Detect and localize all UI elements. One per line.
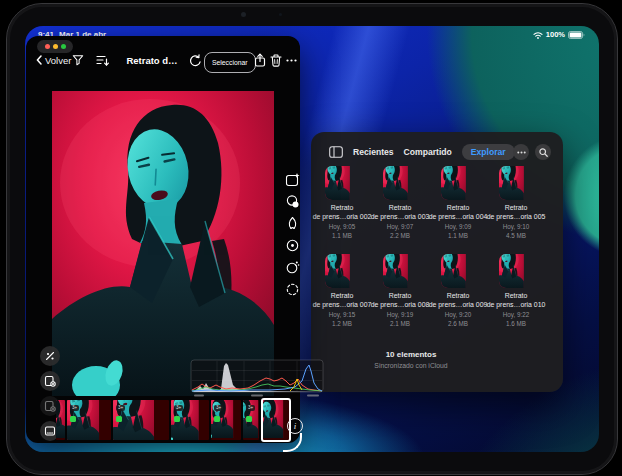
file-item[interactable]: Retratode prens…oria 009Hoy, 9:202.6 MB [429,254,487,328]
file-name-line2: de prens…oria 004 [429,213,488,222]
edited-indicator [174,416,180,422]
file-item[interactable]: Retratode prens…oria 003Hoy, 9:072.2 MB [371,166,429,240]
version-badge: 3+ [214,405,223,411]
file-size: 1.2 MB [332,320,352,329]
adjust-colors-tool-icon[interactable] [284,215,300,231]
selective-color-tool-icon[interactable] [284,259,300,275]
close-window-icon[interactable] [45,44,50,49]
file-size: 1.1 MB [448,232,468,241]
file-size: 1.6 MB [506,320,526,329]
search-icon [539,148,548,157]
file-thumbnail[interactable] [441,254,475,288]
filmstrip-thumb[interactable]: 3+ [67,400,111,440]
file-size: 2.2 MB [390,232,410,241]
ipad-screen: 9:41 Mar 1 de abr 100% [25,26,599,452]
trash-icon [270,54,282,67]
window-resize-handle[interactable] [283,433,302,452]
file-thumbnail[interactable] [383,166,417,200]
file-item[interactable]: Retratode prens…oria 008Hoy, 9:192.1 MB [371,254,429,328]
info-button[interactable]: i [287,418,303,434]
filmstrip-thumb[interactable]: 3+ [243,400,259,440]
file-size: 2.6 MB [448,320,468,329]
file-name-line1: Retrato [447,204,470,213]
file-size: 4.5 MB [506,232,526,241]
file-item[interactable]: Retratode prens…oria 005Hoy, 9:104.5 MB [487,166,545,240]
files-tabs: RecientesCompartidoExplorar [353,140,515,164]
files-browser-panel: RecientesCompartidoExplorar Retratode pr… [311,132,563,392]
portrait-photo [52,91,274,396]
file-time: Hoy, 9:20 [445,311,472,320]
version-badge: 3+ [174,405,183,411]
edited-indicator [246,416,252,422]
filmstrip-thumb[interactable]: 3+ [171,400,209,440]
file-size: 2.1 MB [390,320,410,329]
version-badge: 3+ [246,405,255,411]
tab-recientes[interactable]: Recientes [353,147,394,157]
sidebar-toggle-icon[interactable] [329,146,343,158]
version-badge: 3+ [70,405,79,411]
filters-tool-icon[interactable] [284,193,300,209]
share-button[interactable] [254,52,266,68]
battery-percent: 100% [546,30,565,39]
filmstrip-thumb[interactable]: 3+ [113,400,169,440]
file-name-line1: Retrato [505,292,528,301]
file-item[interactable]: Retratode prens…oria 010Hoy, 9:221.6 MB [487,254,545,328]
file-time: Hoy, 9:09 [445,223,472,232]
tab-explorar[interactable]: Explorar [462,144,515,160]
file-thumbnail[interactable] [499,166,533,200]
sort-icon [96,54,109,66]
file-name-line1: Retrato [505,204,528,213]
batch-edit-button[interactable] [40,371,60,391]
auto-adjust-button[interactable] [40,346,60,366]
wifi-icon [533,31,543,39]
item-count: 10 elementos [311,350,511,359]
file-name-line1: Retrato [447,292,470,301]
more-options-button[interactable] [513,144,529,160]
battery-icon [568,31,585,39]
ipad-device-shot: 9:41 Mar 1 de abr 100% [0,0,622,476]
zoom-window-icon[interactable] [61,44,66,49]
file-thumbnail[interactable] [383,254,417,288]
more-ellipsis-icon [286,59,297,62]
back-label: Volver [45,55,71,66]
filmstrip-thumb[interactable]: 3+ [211,400,241,440]
repair-tool-icon[interactable] [284,281,300,297]
file-thumbnail[interactable] [325,166,359,200]
photo-canvas[interactable] [52,91,274,396]
file-thumbnail[interactable] [499,254,533,288]
tab-compartido[interactable]: Compartido [404,147,452,157]
document-title: Retrato d… [122,52,182,68]
exposure-tool-icon[interactable] [284,237,300,253]
file-name-line1: Retrato [389,292,412,301]
file-time: Hoy, 9:15 [329,311,356,320]
share-icon [254,53,266,67]
file-name-line1: Retrato [389,204,412,213]
file-name-line2: de prens…oria 010 [487,301,546,310]
ipad-frame: 9:41 Mar 1 de abr 100% [6,3,618,475]
undo-icon [188,54,201,67]
file-thumbnail[interactable] [441,166,475,200]
search-button[interactable] [535,144,551,160]
edited-indicator [214,416,220,422]
file-time: Hoy, 9:22 [503,311,530,320]
file-time: Hoy, 9:10 [503,223,530,232]
ml-enhance-tool-icon[interactable] [284,171,300,187]
file-name-line2: de prens…oria 007 [313,301,372,310]
file-item[interactable]: Retratode prens…oria 007Hoy, 9:151.2 MB [313,254,371,328]
front-camera [241,12,246,17]
sort-button[interactable] [96,52,109,68]
minimize-window-icon[interactable] [53,44,58,49]
edit-tools-rail [284,171,300,297]
filter-button[interactable] [72,52,84,68]
select-button[interactable]: Seleccionar [204,52,256,73]
edited-indicator [116,416,122,422]
file-item[interactable]: Retratode prens…oria 002Hoy, 9:051.1 MB [313,166,371,240]
undo-button[interactable] [188,52,201,68]
window-more-button[interactable] [286,52,297,68]
back-button[interactable]: Volver [36,52,71,68]
filmstrip-thumb[interactable] [56,400,65,440]
trash-button[interactable] [270,52,282,68]
file-size: 1.1 MB [332,232,352,241]
file-item[interactable]: Retratode prens…oria 004Hoy, 9:091.1 MB [429,166,487,240]
file-thumbnail[interactable] [325,254,359,288]
